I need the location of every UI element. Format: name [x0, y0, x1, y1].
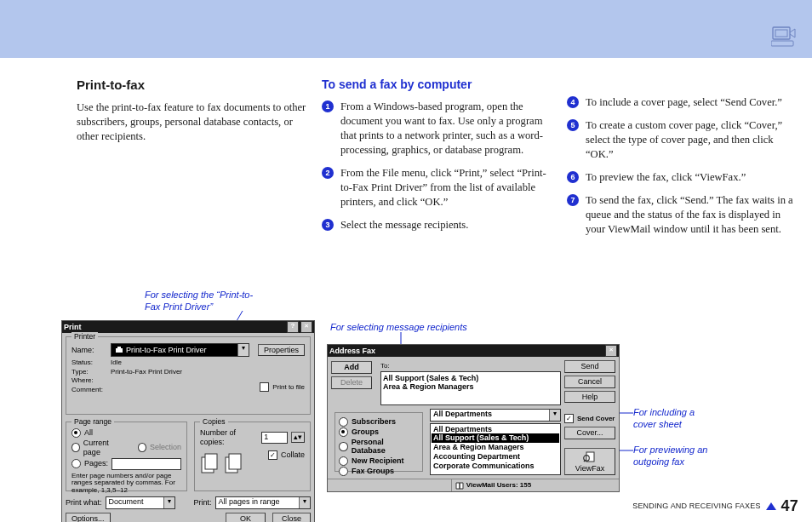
properties-button[interactable]: Properties [258, 344, 305, 357]
header-band [0, 0, 812, 58]
group-label: Printer [71, 332, 98, 341]
cat-label: Fax Groups [352, 467, 394, 476]
range-all-label: All [84, 428, 93, 438]
step-num-2: 2 [322, 167, 334, 179]
svg-rect-7 [116, 348, 123, 353]
printer-icon [115, 346, 123, 354]
group-label: Copies [200, 417, 227, 426]
ok-button[interactable]: OK [226, 513, 266, 522]
cover-button[interactable]: Cover... [564, 427, 615, 439]
anno-cover: For including a cover sheet [633, 407, 718, 431]
list-item-selected[interactable]: All Support (Sales & Tech) [432, 433, 559, 443]
triangle-icon [766, 502, 776, 510]
step-num-6: 6 [567, 171, 579, 183]
delete-button[interactable]: Delete [331, 376, 372, 389]
cancel-button[interactable]: Cancel [564, 376, 615, 388]
close-icon[interactable]: × [300, 321, 312, 333]
step-num-3: 3 [322, 219, 334, 231]
items-dropdown[interactable]: All Departments [431, 410, 549, 421]
address-fax-title: Address Fax [329, 347, 375, 355]
cat-label: Subscribers [352, 417, 396, 427]
range-hint: Enter page numbers and/or page ranges se… [71, 473, 181, 495]
range-selection-radio[interactable] [138, 443, 146, 452]
cat-label: Groups [352, 427, 379, 437]
close-button[interactable]: Close [272, 513, 311, 522]
name-label: Name: [71, 346, 107, 355]
list-item[interactable]: All Departments [432, 425, 559, 434]
options-button[interactable]: Options... [66, 513, 111, 522]
step-num-4: 4 [567, 96, 579, 108]
print-what-field[interactable]: Document [106, 497, 163, 508]
range-selection-label: Selection [150, 443, 181, 452]
pages-input[interactable] [112, 458, 181, 470]
chevron-down-icon[interactable]: ▾ [299, 497, 310, 508]
copies-label: Number of copies: [200, 428, 254, 447]
step-text: From the File menu, click “Print,” selec… [340, 166, 552, 209]
range-pages-radio[interactable] [71, 459, 81, 468]
step-text: To include a cover page, select “Send Co… [586, 95, 797, 110]
cat-faxgroups-radio[interactable] [339, 467, 348, 476]
row-value: Idle [111, 359, 122, 367]
range-current-radio[interactable] [71, 443, 80, 452]
address-fax-titlebar[interactable]: Address Fax × [328, 345, 619, 357]
help-button[interactable]: Help [564, 391, 615, 404]
chevron-down-icon[interactable]: ▾ [237, 344, 249, 356]
collate-label: Collate [281, 450, 305, 460]
list-item[interactable]: Corporate Communications [432, 462, 559, 471]
list-item[interactable]: Area & Region Managers [432, 443, 559, 452]
group-label: Page range [71, 417, 114, 426]
items-list[interactable]: All Departments All Support (Sales & Tec… [430, 423, 561, 475]
range-pages-label: Pages: [84, 459, 108, 468]
send-cover-checkbox[interactable]: ✓ [564, 414, 574, 423]
add-button[interactable]: Add [331, 361, 372, 374]
print-dialog: Print ?× Printer Name: Print-to-Fax Prin… [61, 320, 315, 522]
range-current-label: Current page [83, 439, 123, 457]
anno-print-driver: For selecting the “Print-to-Fax Print Dr… [145, 290, 264, 313]
send-button[interactable]: Send [564, 360, 615, 373]
section-heading: To send a fax by computer [322, 77, 552, 93]
step-text: To send the fax, click “Send.” The fax w… [586, 193, 797, 237]
address-fax-dialog: Address Fax × Add Delete To: All Support… [327, 344, 620, 492]
range-all-radio[interactable] [71, 428, 81, 438]
svg-rect-2 [771, 41, 793, 46]
cat-subscribers-radio[interactable] [339, 417, 348, 427]
step-text: To preview the fax, click “ViewFax.” [586, 170, 797, 185]
to-list[interactable]: All Support (Sales & Tech) Area & Region… [380, 371, 561, 405]
collate-checkbox[interactable]: ✓ [268, 450, 277, 460]
step-num-5: 5 [567, 119, 579, 131]
viewfax-button[interactable]: ViewFax [564, 448, 615, 475]
print-dialog-titlebar[interactable]: Print ?× [62, 321, 314, 333]
cat-new-radio[interactable] [339, 456, 348, 466]
close-icon[interactable]: × [605, 345, 617, 357]
svg-rect-10 [205, 454, 217, 469]
book-icon [455, 481, 464, 490]
to-item: All Support (Sales & Tech) [383, 374, 558, 383]
anno-recipients: For selecting message recipients [330, 322, 467, 334]
footer-text: SENDING AND RECEIVING FAXES [632, 502, 760, 510]
chevron-down-icon[interactable]: ▾ [549, 410, 560, 421]
status-bar: ViewMail Users: 155 [452, 479, 619, 491]
svg-rect-12 [229, 454, 241, 469]
computer-icon [771, 26, 797, 48]
row-label: Comment: [71, 386, 107, 394]
collate-icon [200, 450, 248, 481]
print-to-file-checkbox[interactable] [260, 382, 269, 392]
step-text: To create a custom cover page, click “Co… [586, 118, 797, 162]
cat-groups-radio[interactable] [339, 427, 348, 437]
category-group: Subscribers Groups Personal Database New… [335, 412, 423, 472]
cat-label: Personal Database [352, 438, 419, 456]
spinner-icon[interactable]: ▴▾ [291, 432, 305, 443]
send-cover-label: Send Cover [577, 415, 615, 423]
print-to-file-label: Print to file [272, 383, 305, 392]
copies-group: Copies Number of copies:1▴▾ ✓Collate [194, 422, 311, 491]
step-num-7: 7 [567, 194, 579, 206]
copies-input[interactable]: 1 [261, 432, 288, 444]
svg-rect-8 [117, 347, 121, 348]
help-icon[interactable]: ? [287, 321, 299, 333]
chevron-down-icon[interactable]: ▾ [163, 497, 174, 508]
step-text: Select the message recipients. [340, 218, 552, 232]
list-item[interactable]: Accounting Department [432, 452, 559, 462]
printer-name-field[interactable]: Print-to-Fax Print Driver [112, 344, 237, 356]
cat-personal-radio[interactable] [339, 442, 348, 451]
print-pages-field[interactable]: All pages in range [216, 497, 299, 508]
